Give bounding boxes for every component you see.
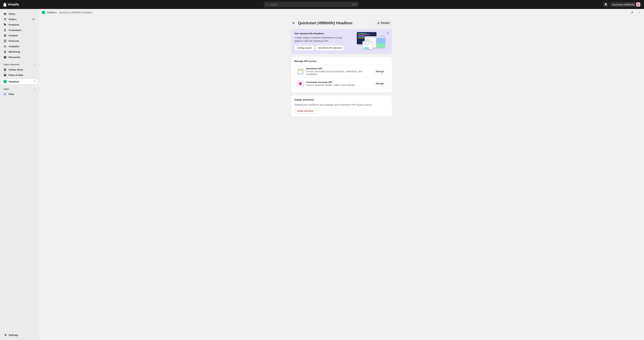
back-button[interactable]: [291, 21, 296, 25]
rename-button[interactable]: Rename: [375, 21, 392, 25]
manage-customer-button[interactable]: Manage: [374, 81, 386, 86]
delete-storefront-button[interactable]: Delete storefront: [294, 108, 316, 114]
delete-desc: Deleting this storefront will invalidate…: [294, 103, 388, 106]
page-header: Quickstart (4f86b0fe) Headless Rename: [291, 21, 392, 25]
sidebar: Home Orders 10 Products Customers Conten…: [0, 9, 39, 340]
nav-home[interactable]: Home: [2, 11, 38, 17]
svg-point-2: [640, 12, 640, 13]
content-icon: [3, 34, 7, 37]
close-icon: [386, 32, 389, 35]
svg-point-0: [638, 12, 638, 13]
breadcrumb-app[interactable]: Headless: [42, 11, 57, 14]
api-name: Storefront API: [306, 67, 372, 70]
api-name: Customer Account API: [306, 81, 372, 84]
nav-label: Flow: [8, 93, 14, 96]
api-access-card: Manage API access Storefront API Access …: [291, 57, 392, 92]
nav-label: Marketing: [8, 50, 20, 53]
finances-icon: [3, 39, 7, 43]
headless-app-icon: [3, 80, 7, 83]
intro-illustration: [357, 32, 388, 51]
svg-point-1: [639, 12, 639, 13]
breadcrumb-bar: Headless Quickstart (4f86b0fe) Headless: [39, 9, 644, 16]
more-icon: [638, 11, 640, 14]
nav-marketing[interactable]: Marketing: [2, 49, 38, 54]
api-row-customer: Customer Account API Access customer det…: [294, 78, 389, 89]
pencil-icon: [377, 22, 380, 24]
more-actions-button[interactable]: [636, 10, 642, 15]
nav-content[interactable]: Content: [2, 33, 38, 38]
store-icon: [3, 68, 7, 71]
chevron-right-icon: [34, 63, 36, 66]
nav-products[interactable]: Products: [2, 22, 38, 27]
arrow-left-icon: [292, 21, 295, 25]
breadcrumb-page: Quickstart (4f86b0fe) Headless: [59, 11, 92, 14]
nav-settings[interactable]: Settings: [2, 332, 38, 337]
gear-icon: [3, 333, 7, 337]
notifications-button[interactable]: [603, 2, 608, 7]
topbar: shopify Search ⌘ K Quickstart (4f86b0fe)…: [0, 0, 644, 9]
nav-label: Point of Sale: [8, 74, 23, 77]
avatar: Q(: [636, 3, 640, 7]
api-row-storefront: Storefront API Access store data such as…: [294, 65, 389, 78]
customer-api-icon: [297, 80, 304, 87]
nav-finances[interactable]: Finances: [2, 38, 38, 44]
nav-label: Orders: [8, 18, 16, 21]
nav-label: Headless: [8, 80, 19, 83]
headless-app-icon: [42, 11, 45, 14]
pin-icon: [630, 11, 634, 14]
nav-discounts[interactable]: Discounts: [2, 55, 38, 60]
products-icon: [3, 23, 7, 26]
nav-pos[interactable]: Point of Sale: [2, 72, 38, 78]
search-input[interactable]: Search ⌘ K: [264, 2, 359, 7]
search-icon: [266, 3, 268, 6]
marketing-icon: [3, 50, 7, 53]
nav-label: Discounts: [8, 56, 20, 59]
api-reference-button[interactable]: Storefront API reference: [316, 45, 344, 51]
nav-orders[interactable]: Orders 10: [2, 17, 38, 22]
store-switcher[interactable]: Quickstart (4f86b0fe) Q(: [610, 2, 641, 7]
api-desc: Access customer details, orders, and mar…: [306, 84, 372, 86]
nav-label: Online Store: [8, 68, 23, 71]
nav-label: Products: [8, 23, 19, 26]
api-access-title: Manage API access: [294, 60, 389, 63]
sales-channels-header[interactable]: Sales channels: [2, 62, 38, 67]
page-title: Quickstart (4f86b0fe) Headless: [298, 21, 373, 25]
storefront-api-icon: [297, 68, 304, 75]
nav-label: Finances: [8, 40, 19, 42]
pin-icon[interactable]: [33, 80, 36, 83]
intro-title: Get started with Headless: [294, 32, 353, 35]
nav-label: Home: [8, 13, 15, 15]
shopify-bag-icon: [3, 3, 7, 7]
brand-text: shopify: [8, 3, 19, 6]
nav-flow[interactable]: Flow: [2, 91, 38, 97]
apps-header[interactable]: Apps: [2, 87, 38, 91]
getting-started-button[interactable]: Getting started: [294, 45, 314, 51]
nav-customers[interactable]: Customers: [2, 28, 38, 33]
nav-label: Content: [8, 34, 18, 37]
chevron-right-icon: [34, 88, 36, 90]
search-shortcut: ⌘ K: [352, 3, 356, 6]
nav-label: Analytics: [8, 45, 20, 48]
nav-headless[interactable]: Headless: [2, 79, 38, 84]
nav-label: Settings: [8, 334, 18, 336]
orders-badge: 10: [31, 18, 36, 21]
nav-online-store[interactable]: Online Store: [2, 67, 38, 72]
dismiss-intro-button[interactable]: [386, 31, 390, 35]
store-name: Quickstart (4f86b0fe): [612, 3, 635, 6]
home-icon: [3, 12, 7, 16]
intro-description: Create unique customer experiences on an…: [294, 36, 343, 43]
nav-analytics[interactable]: Analytics: [2, 44, 38, 49]
search-placeholder: Search: [270, 3, 278, 6]
pin-app-button[interactable]: [630, 10, 634, 15]
analytics-icon: [3, 45, 7, 48]
shopify-logo[interactable]: shopify: [3, 3, 19, 7]
intro-card: Get started with Headless Create unique …: [291, 29, 392, 54]
content-area: Headless Quickstart (4f86b0fe) Headless …: [39, 9, 644, 340]
discounts-icon: [3, 55, 7, 59]
orders-icon: [3, 18, 7, 21]
delete-card: Delete storefront Deleting this storefro…: [291, 95, 392, 117]
manage-storefront-button[interactable]: Manage: [374, 69, 386, 74]
bell-icon: [604, 3, 607, 6]
customers-icon: [3, 28, 7, 32]
pos-icon: [3, 73, 7, 77]
